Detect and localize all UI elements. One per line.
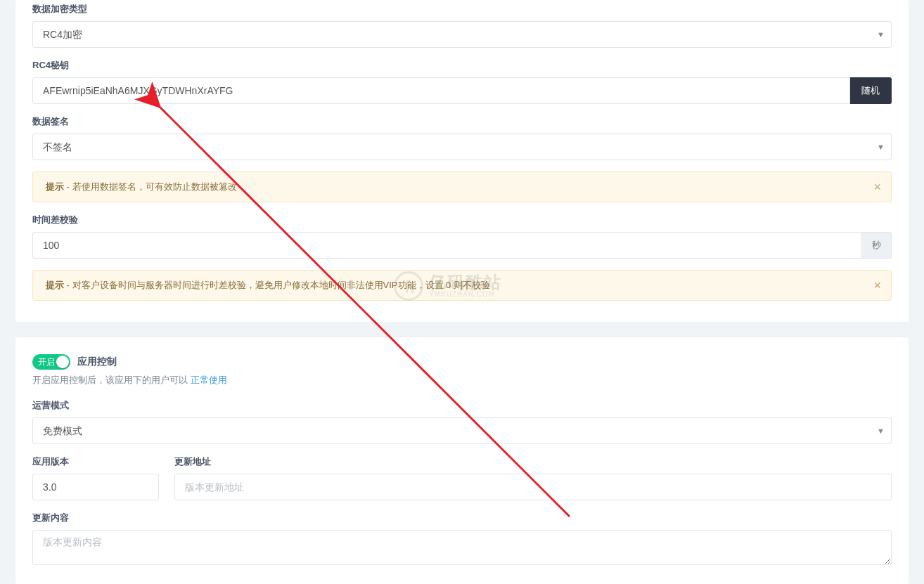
opmode-select[interactable]: 免费模式: [32, 417, 892, 444]
rc4-key-label: RC4秘钥: [32, 59, 892, 72]
tip-prefix: 提示: [46, 280, 64, 290]
signature-label: 数据签名: [32, 115, 892, 128]
encryption-type-select[interactable]: RC4加密: [32, 21, 892, 48]
close-alert-button[interactable]: ×: [871, 276, 884, 294]
version-input[interactable]: [32, 474, 159, 500]
version-label: 应用版本: [32, 455, 159, 468]
update-content-textarea[interactable]: [32, 530, 892, 565]
close-alert-button[interactable]: ×: [871, 178, 884, 196]
update-url-input[interactable]: [174, 474, 892, 500]
app-control-toggle[interactable]: 开启: [32, 354, 70, 370]
random-key-button[interactable]: 随机: [850, 77, 892, 104]
timediff-tip-alert: 提示 - 对客户设备时间与服务器时间进行时差校验，避免用户修改本地时间非法使用V…: [32, 270, 892, 301]
toggle-knob: [56, 356, 69, 368]
app-control-title: 应用控制: [77, 356, 117, 368]
signature-tip-alert: 提示 - 若使用数据签名，可有效防止数据被篡改 ×: [32, 171, 892, 202]
helper-prefix: 开启应用控制后，该应用下的用户可以: [32, 375, 191, 385]
timediff-label: 时间差校验: [32, 214, 892, 226]
toggle-on-label: 开启: [38, 356, 55, 368]
signature-select[interactable]: 不签名: [32, 134, 892, 160]
tip-text: - 若使用数据签名，可有效防止数据被篡改: [64, 181, 237, 192]
close-icon: ×: [873, 180, 881, 194]
update-url-label: 更新地址: [174, 455, 892, 468]
normal-use-link[interactable]: 正常使用: [191, 375, 227, 385]
tip-text: - 对客户设备时间与服务器时间进行时差校验，避免用户修改本地时间非法使用VIP功…: [64, 280, 490, 290]
opmode-label: 运营模式: [32, 399, 892, 412]
encryption-type-label: 数据加密类型: [32, 3, 892, 15]
close-icon: ×: [873, 278, 881, 292]
update-content-label: 更新内容: [32, 512, 892, 524]
tip-prefix: 提示: [46, 181, 64, 192]
timediff-input[interactable]: [32, 232, 862, 259]
rc4-key-input[interactable]: [32, 77, 850, 104]
app-control-helper: 开启应用控制后，该应用下的用户可以 正常使用: [32, 374, 892, 387]
timediff-unit: 秒: [862, 232, 892, 259]
